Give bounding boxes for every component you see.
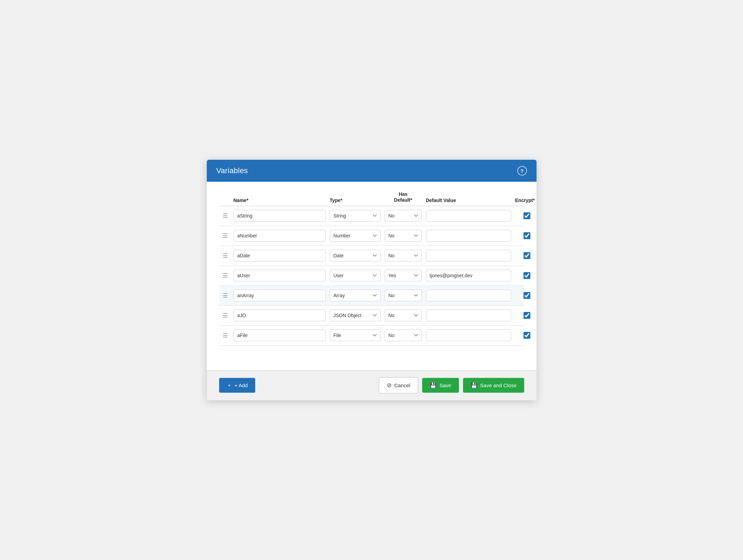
table-row: ☰StringNumberDateUserArrayJSON ObjectFil… bbox=[219, 266, 524, 286]
has-default-select[interactable]: NoYes bbox=[385, 210, 422, 222]
name-cell bbox=[232, 230, 328, 242]
type-select[interactable]: StringNumberDateUserArrayJSON ObjectFile bbox=[330, 210, 381, 222]
encrypt-checkbox[interactable] bbox=[524, 312, 530, 319]
name-cell bbox=[232, 210, 328, 222]
add-button[interactable]: ＋ + Add bbox=[219, 378, 256, 393]
type-cell: StringNumberDateUserArrayJSON ObjectFile bbox=[328, 310, 383, 321]
encrypt-cell bbox=[513, 212, 537, 219]
has-default-select[interactable]: NoYes bbox=[385, 270, 422, 281]
encrypt-cell bbox=[513, 272, 537, 279]
has-default-cell: NoYes bbox=[383, 250, 424, 261]
name-input[interactable] bbox=[234, 250, 326, 261]
encrypt-checkbox[interactable] bbox=[524, 252, 530, 259]
has-default-select[interactable]: NoYes bbox=[385, 250, 422, 261]
drag-handle[interactable]: ☰ bbox=[219, 232, 232, 239]
type-cell: StringNumberDateUserArrayJSON ObjectFile bbox=[328, 329, 383, 341]
encrypt-checkbox[interactable] bbox=[524, 292, 530, 299]
modal-title: Variables bbox=[216, 166, 248, 175]
variables-modal: Variables ? Name* Type* HasDefault* Defa… bbox=[207, 160, 537, 400]
table-row: ☰StringNumberDateUserArrayJSON ObjectFil… bbox=[219, 246, 524, 266]
type-cell: StringNumberDateUserArrayJSON ObjectFile bbox=[328, 210, 383, 222]
has-default-cell: NoYes bbox=[383, 210, 424, 222]
encrypt-checkbox[interactable] bbox=[524, 212, 530, 219]
has-default-cell: NoYes bbox=[383, 230, 424, 242]
drag-handle[interactable]: ☰ bbox=[219, 212, 232, 220]
add-label: + Add bbox=[235, 382, 248, 388]
default-value-cell bbox=[424, 210, 513, 222]
encrypt-checkbox[interactable] bbox=[524, 232, 530, 239]
default-value-input[interactable] bbox=[426, 210, 511, 222]
col-type: Type* bbox=[328, 198, 383, 203]
col-encrypt: Encrypt* bbox=[513, 198, 537, 203]
encrypt-checkbox[interactable] bbox=[524, 332, 530, 339]
default-value-input[interactable] bbox=[426, 290, 511, 301]
table-rows: ☰StringNumberDateUserArrayJSON ObjectFil… bbox=[219, 206, 524, 346]
drag-handle[interactable]: ☰ bbox=[219, 292, 232, 299]
table-row: ☰StringNumberDateUserArrayJSON ObjectFil… bbox=[219, 206, 524, 226]
default-value-input[interactable] bbox=[426, 329, 511, 341]
encrypt-cell bbox=[513, 312, 537, 319]
type-select[interactable]: StringNumberDateUserArrayJSON ObjectFile bbox=[330, 250, 381, 261]
default-value-input[interactable] bbox=[426, 310, 511, 321]
cancel-icon: ⊘ bbox=[387, 382, 392, 389]
name-input[interactable] bbox=[234, 210, 326, 222]
table-row: ☰StringNumberDateUserArrayJSON ObjectFil… bbox=[219, 286, 524, 306]
has-default-select[interactable]: NoYes bbox=[385, 310, 422, 321]
name-input[interactable] bbox=[234, 230, 326, 242]
drag-handle[interactable]: ☰ bbox=[219, 332, 232, 339]
has-default-select[interactable]: NoYes bbox=[385, 290, 422, 301]
type-cell: StringNumberDateUserArrayJSON ObjectFile bbox=[328, 290, 383, 301]
name-input[interactable] bbox=[234, 290, 326, 301]
save-icon: 💾 bbox=[430, 382, 437, 389]
type-select[interactable]: StringNumberDateUserArrayJSON ObjectFile bbox=[330, 290, 381, 301]
type-cell: StringNumberDateUserArrayJSON ObjectFile bbox=[328, 250, 383, 261]
default-value-cell bbox=[424, 290, 513, 301]
default-value-input[interactable] bbox=[426, 270, 511, 281]
col-default-value: Default Value bbox=[424, 198, 513, 203]
name-input[interactable] bbox=[234, 270, 326, 281]
has-default-cell: NoYes bbox=[383, 290, 424, 301]
col-name: Name* bbox=[232, 198, 328, 203]
cancel-label: Cancel bbox=[394, 382, 410, 388]
default-value-cell bbox=[424, 230, 513, 242]
has-default-cell: NoYes bbox=[383, 270, 424, 281]
type-select[interactable]: StringNumberDateUserArrayJSON ObjectFile bbox=[330, 230, 381, 242]
default-value-cell bbox=[424, 250, 513, 261]
type-select[interactable]: StringNumberDateUserArrayJSON ObjectFile bbox=[330, 329, 381, 341]
name-cell bbox=[232, 250, 328, 261]
help-button[interactable]: ? bbox=[517, 166, 527, 176]
drag-handle[interactable]: ☰ bbox=[219, 312, 232, 319]
has-default-select[interactable]: NoYes bbox=[385, 230, 422, 242]
default-value-cell bbox=[424, 329, 513, 341]
name-cell bbox=[232, 290, 328, 301]
drag-handle[interactable]: ☰ bbox=[219, 252, 232, 259]
table-row: ☰StringNumberDateUserArrayJSON ObjectFil… bbox=[219, 226, 524, 246]
type-cell: StringNumberDateUserArrayJSON ObjectFile bbox=[328, 230, 383, 242]
save-close-icon: 💾 bbox=[471, 382, 477, 389]
name-cell bbox=[232, 329, 328, 341]
type-select[interactable]: StringNumberDateUserArrayJSON ObjectFile bbox=[330, 310, 381, 321]
default-value-cell bbox=[424, 270, 513, 281]
drag-handle[interactable]: ☰ bbox=[219, 272, 232, 279]
name-input[interactable] bbox=[234, 329, 326, 341]
type-select[interactable]: StringNumberDateUserArrayJSON ObjectFile bbox=[330, 270, 381, 281]
table-row: ☰StringNumberDateUserArrayJSON ObjectFil… bbox=[219, 326, 524, 346]
has-default-select[interactable]: NoYes bbox=[385, 329, 422, 341]
save-close-button[interactable]: 💾 Save and Close bbox=[463, 378, 524, 393]
has-default-cell: NoYes bbox=[383, 310, 424, 321]
name-input[interactable] bbox=[234, 310, 326, 321]
encrypt-checkbox[interactable] bbox=[524, 272, 530, 279]
encrypt-cell bbox=[513, 332, 537, 339]
save-button[interactable]: 💾 Save bbox=[422, 378, 459, 393]
default-value-input[interactable] bbox=[426, 250, 511, 261]
type-cell: StringNumberDateUserArrayJSON ObjectFile bbox=[328, 270, 383, 281]
default-value-cell bbox=[424, 310, 513, 321]
table-header: Name* Type* HasDefault* Default Value En… bbox=[219, 191, 524, 206]
modal-body: Name* Type* HasDefault* Default Value En… bbox=[207, 182, 537, 370]
modal-footer: ＋ + Add ⊘ Cancel 💾 Save 💾 Save and Close bbox=[207, 370, 537, 400]
name-cell bbox=[232, 310, 328, 321]
save-close-label: Save and Close bbox=[480, 382, 517, 388]
cancel-button[interactable]: ⊘ Cancel bbox=[379, 377, 418, 393]
encrypt-cell bbox=[513, 252, 537, 259]
default-value-input[interactable] bbox=[426, 230, 511, 242]
